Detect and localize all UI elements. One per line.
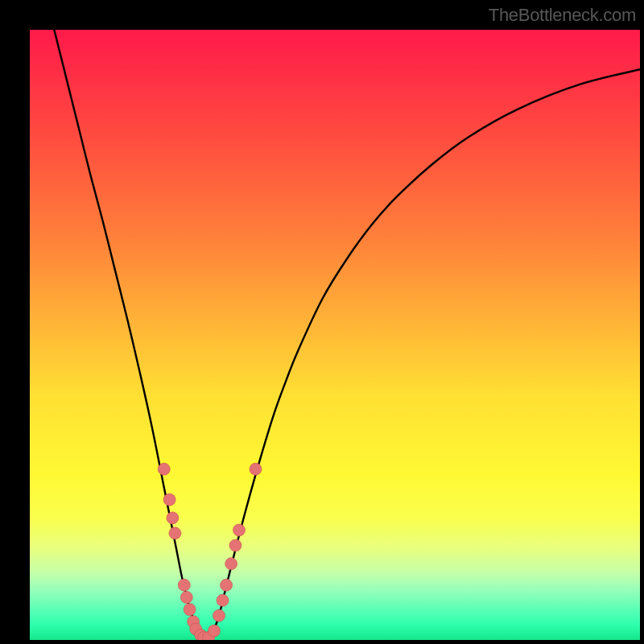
chart-gradient-area bbox=[30, 30, 640, 640]
watermark-text: TheBottleneck.com bbox=[489, 5, 636, 26]
